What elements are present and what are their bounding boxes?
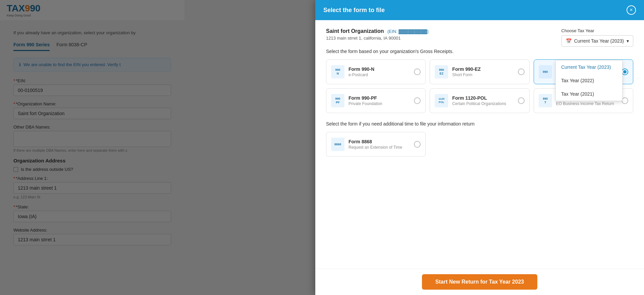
modal-title: Select the form to file [323, 7, 385, 14]
radio-990[interactable] [622, 68, 628, 75]
modal-body: Saint fort Organization (EIN: ▓▓▓▓▓▓▓▓▓)… [315, 20, 644, 268]
tax-year-container: Choose Tax Year 📅 Current Tax Year (2023… [561, 28, 633, 47]
form-card-990n[interactable]: 990N Form 990-N e-Postcard [326, 59, 426, 84]
tax-year-dropdown[interactable]: Current Tax Year (2023) Tax Year (2022) … [555, 60, 623, 101]
org-name: Saint fort Organization [326, 28, 384, 34]
form-icon-8868: 8868 [331, 138, 344, 151]
tax-year-option-2021[interactable]: Tax Year (2021) [556, 87, 622, 101]
form-name-990pf: Form 990-PF [348, 95, 410, 101]
tax-year-option-2023[interactable]: Current Tax Year (2023) [556, 60, 622, 74]
radio-990ez[interactable] [518, 68, 525, 75]
tax-year-option-2022[interactable]: Tax Year (2022) [556, 74, 622, 87]
form-desc-990n: e-Postcard [348, 72, 410, 77]
radio-990pf[interactable] [414, 97, 421, 104]
form-icon-990pf: 990PF [331, 94, 344, 107]
tax-year-current: Current Tax Year (2023) [574, 38, 624, 44]
form-desc-990ez: Short Form [452, 72, 514, 77]
form-icon-990ez: 990EZ [435, 65, 448, 79]
form-card-8868[interactable]: 8868 Form 8868 Request an Extension of T… [326, 132, 426, 157]
form-desc-1120pol: Certain Political Organizations [452, 101, 514, 106]
form-card-990ez[interactable]: 990EZ Form 990-EZ Short Form [430, 59, 529, 84]
chevron-down-icon: ▾ [627, 38, 629, 44]
form-desc-8868: Request an Extension of Time [348, 145, 410, 150]
form-icon-990: 990 [539, 65, 552, 79]
org-ein: (EIN: ▓▓▓▓▓▓▓▓▓) [387, 29, 429, 34]
form-icon-990n: 990N [331, 65, 344, 79]
extension-section: Select the form if you need additional t… [326, 121, 633, 157]
form-select-modal: Select the form to file × Saint fort Org… [315, 0, 644, 295]
form-name-990n: Form 990-N [348, 66, 410, 72]
calendar-icon: 📅 [566, 38, 572, 44]
radio-1120pol[interactable] [518, 97, 525, 104]
form-card-1120pol[interactable]: 1120POL Form 1120-POL Certain Political … [430, 88, 529, 113]
form-card-990pf[interactable]: 990PF Form 990-PF Private Foundation [326, 88, 426, 113]
modal-footer: Start New Return for Tax Year 2023 [315, 268, 644, 295]
modal-header: Select the form to file × [315, 0, 644, 20]
radio-990t[interactable] [622, 97, 628, 104]
form-name-8868: Form 8868 [348, 139, 410, 144]
modal-close-button[interactable]: × [627, 5, 636, 15]
tax-year-label: Choose Tax Year [561, 28, 633, 33]
extension-label: Select the form if you need additional t… [326, 121, 633, 127]
start-new-return-button[interactable]: Start New Return for Tax Year 2023 [422, 274, 537, 290]
form-desc-990t: EO Business Income Tax Return [556, 101, 618, 106]
form-icon-1120pol: 1120POL [435, 94, 448, 107]
radio-8868[interactable] [414, 141, 421, 148]
gross-receipts-label: Select the form based on your organizati… [326, 49, 633, 54]
form-desc-990pf: Private Foundation [348, 101, 410, 106]
form-icon-990t: 990T [539, 94, 552, 107]
tax-year-select[interactable]: 📅 Current Tax Year (2023) ▾ [561, 35, 633, 47]
form-name-1120pol: Form 1120-POL [452, 95, 514, 101]
radio-990n[interactable] [414, 68, 421, 75]
form-name-990ez: Form 990-EZ [452, 66, 514, 72]
